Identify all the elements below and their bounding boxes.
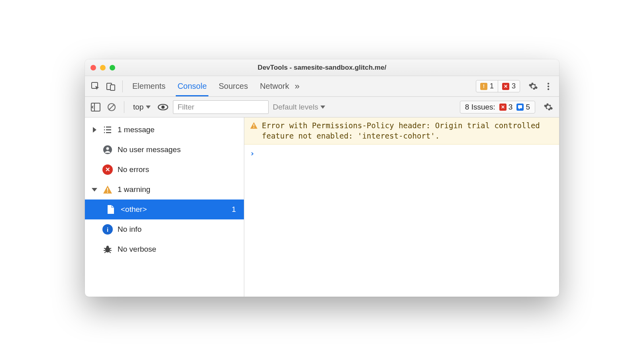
issues-label: 8 Issues: [465, 103, 495, 111]
errors-count: 3 [512, 82, 516, 90]
warning-icon [250, 121, 258, 129]
sidebar-item-label: 1 warning [118, 185, 150, 194]
expand-icon [93, 127, 96, 133]
sidebar-item-label: 1 message [118, 125, 155, 134]
error-icon: ✕ [502, 83, 509, 90]
warnings-badge[interactable]: ! 1 [476, 80, 498, 92]
more-options-icon[interactable] [542, 80, 554, 92]
console-filter-input[interactable] [173, 100, 269, 114]
warning-icon: ! [480, 83, 487, 90]
warning-text: Error with Permissions-Policy header: Or… [262, 121, 554, 141]
svg-line-9 [109, 105, 114, 110]
chevron-down-icon [320, 106, 325, 109]
svg-point-4 [548, 85, 549, 87]
sidebar-item-errors[interactable]: ✕ No errors [85, 160, 244, 180]
more-tabs-button[interactable]: » [295, 81, 300, 92]
error-icon: ✕ [102, 164, 113, 175]
titlebar: DevTools - samesite-sandbox.glitch.me/ [85, 59, 559, 76]
console-filterbar: top Default levels 8 Issues: ✕ 3 5 [85, 97, 559, 117]
tab-elements[interactable]: Elements [132, 76, 165, 96]
console-settings-icon[interactable] [542, 101, 554, 113]
devtools-window: DevTools - samesite-sandbox.glitch.me/ E… [85, 59, 559, 297]
svg-point-5 [548, 88, 549, 90]
sidebar-item-count: 1 [232, 205, 239, 214]
tab-network[interactable]: Network [260, 76, 289, 96]
collapse-icon [92, 188, 97, 192]
sidebar-item-info[interactable]: i No info [85, 219, 244, 239]
tab-console[interactable]: Console [177, 76, 206, 96]
main-tabbar: Elements Console Sources Network » ! 1 ✕… [85, 76, 559, 97]
divider [122, 80, 123, 92]
error-icon: ✕ [499, 104, 507, 111]
console-prompt[interactable]: › [244, 145, 559, 162]
settings-icon[interactable] [527, 80, 539, 92]
sidebar-item-label: <other> [121, 205, 147, 214]
svg-rect-12 [518, 105, 522, 108]
context-selector[interactable]: top [131, 103, 153, 111]
log-levels-selector[interactable]: Default levels [273, 103, 325, 111]
sidebar-item-label: No errors [118, 165, 149, 174]
console-sidebar: 1 message No user messages ✕ No errors [85, 117, 244, 297]
svg-rect-2 [110, 85, 115, 90]
errors-badge[interactable]: ✕ 3 [498, 80, 520, 92]
error-warning-badges: ! 1 ✕ 3 [476, 80, 520, 92]
svg-rect-31 [253, 124, 254, 127]
sidebar-item-warnings[interactable]: 1 warning [85, 180, 244, 200]
sidebar-item-label: No verbose [118, 245, 156, 254]
issues-info-count: 5 [526, 103, 530, 111]
svg-line-30 [109, 252, 111, 253]
panel-tabs: Elements Console Sources Network [132, 76, 289, 96]
svg-rect-32 [253, 127, 254, 128]
svg-point-3 [548, 82, 549, 84]
sidebar-item-other[interactable]: <other> 1 [85, 200, 244, 219]
svg-point-20 [106, 147, 109, 150]
clear-console-icon[interactable] [106, 101, 118, 113]
sidebar-item-label: No user messages [118, 145, 181, 154]
svg-rect-22 [107, 192, 108, 193]
sidebar-item-user-messages[interactable]: No user messages [85, 140, 244, 160]
sidebar-item-verbose[interactable]: No verbose [85, 239, 244, 259]
file-icon [106, 204, 116, 215]
sidebar-item-messages[interactable]: 1 message [85, 120, 244, 140]
svg-rect-21 [107, 188, 108, 191]
issues-err-count: 3 [509, 103, 513, 111]
toggle-sidebar-icon[interactable] [90, 101, 102, 113]
console-warning-message[interactable]: Error with Permissions-Policy header: Or… [244, 117, 559, 145]
inspect-element-icon[interactable] [90, 80, 102, 92]
info-icon [516, 104, 524, 111]
svg-point-11 [161, 106, 165, 109]
window-title: DevTools - samesite-sandbox.glitch.me/ [85, 64, 559, 72]
chevron-down-icon [146, 106, 151, 109]
svg-line-25 [104, 248, 106, 249]
bug-icon [102, 244, 113, 254]
warning-icon [102, 184, 113, 195]
svg-point-24 [106, 246, 109, 248]
levels-label: Default levels [273, 103, 318, 111]
tab-sources[interactable]: Sources [219, 76, 248, 96]
list-icon [102, 125, 113, 135]
warnings-count: 1 [490, 82, 494, 90]
sidebar-item-label: No info [118, 225, 141, 234]
live-expression-icon[interactable] [157, 101, 169, 113]
console-main: Error with Permissions-Policy header: Or… [244, 117, 559, 297]
issues-button[interactable]: 8 Issues: ✕ 3 5 [460, 101, 535, 113]
console-content: 1 message No user messages ✕ No errors [85, 117, 559, 297]
svg-line-26 [110, 248, 111, 249]
context-label: top [133, 103, 143, 111]
info-icon: i [102, 224, 113, 235]
divider [124, 101, 124, 113]
device-toolbar-icon[interactable] [105, 80, 117, 92]
user-icon [102, 145, 113, 155]
svg-line-29 [104, 252, 106, 253]
